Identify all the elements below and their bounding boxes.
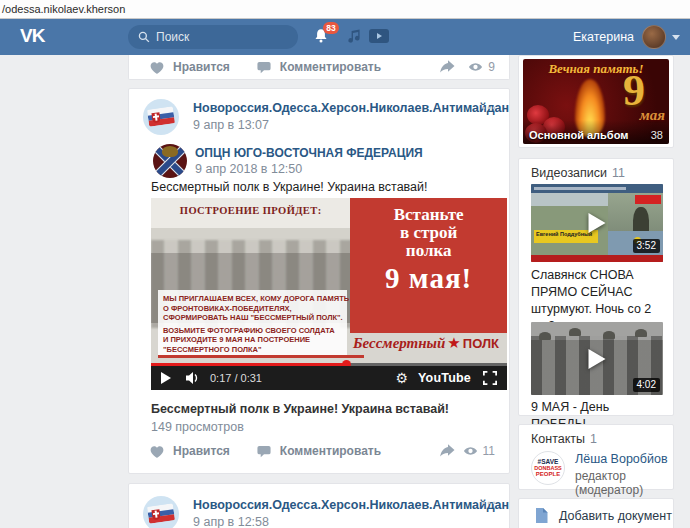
- user-name: Екатерина: [573, 30, 634, 44]
- user-avatar: [642, 25, 666, 49]
- repost-author-link[interactable]: ОПЦН ЮГО-ВОСТОЧНАЯ ФЕДЕРАЦИЯ: [195, 146, 423, 160]
- post-text: Бессмертный полк в Украине! Украина вста…: [151, 180, 428, 194]
- contacts-count: 1: [590, 432, 597, 446]
- album-art-title: Вечная память!: [523, 61, 669, 77]
- video-duration: 3:52: [633, 239, 660, 253]
- comment-button[interactable]: Комментировать: [256, 60, 381, 75]
- search-box[interactable]: [128, 25, 298, 49]
- videos-button[interactable]: [369, 28, 389, 47]
- volume-button[interactable]: [185, 371, 200, 385]
- url-text[interactable]: /odessa.nikolaev.kherson: [2, 3, 125, 15]
- contact-name-link[interactable]: Лёша Воробйов: [575, 452, 668, 466]
- notifications-button[interactable]: 83: [312, 27, 334, 49]
- helmet-shape: [603, 331, 615, 339]
- album-card[interactable]: Вечная память! 9 мая Основной альбом 38: [518, 55, 674, 148]
- browser-url-bar[interactable]: /odessa.nikolaev.kherson: [0, 0, 690, 19]
- group-avatar[interactable]: [143, 99, 179, 135]
- share-button[interactable]: [439, 58, 456, 77]
- comment-label: Комментировать: [280, 444, 381, 458]
- settings-gear-icon[interactable]: ⚙: [395, 371, 408, 385]
- post-card-next: Новороссия.Одесса.Херсон.Николаев.Антима…: [128, 483, 510, 528]
- fullscreen-button[interactable]: [483, 371, 497, 385]
- video-duration: 4:02: [633, 378, 660, 392]
- user-menu[interactable]: Екатерина: [573, 23, 680, 51]
- video-views-label: 149 просмотров: [151, 420, 244, 434]
- news-ticker: [531, 255, 663, 262]
- immortal-regiment-logo: Бессмертный ★ полк: [353, 334, 499, 352]
- eye-icon: [463, 444, 478, 458]
- search-icon: [138, 31, 150, 43]
- comment-icon: [256, 60, 272, 75]
- news-caption-bar: [531, 184, 663, 193]
- group-name-link[interactable]: Новороссия.Одесса.Херсон.Николаев.Антима…: [193, 498, 509, 512]
- poster-top-label: ПОСТРОЕНИЕ ПРОЙДЕТ:: [151, 205, 350, 216]
- post-views: 9: [468, 60, 495, 74]
- music-button[interactable]: [346, 28, 362, 47]
- more-options-button[interactable]: ...: [481, 95, 497, 112]
- album-photo-count: 38: [651, 129, 663, 141]
- helmet-shape: [635, 329, 647, 337]
- helmet-shape: [569, 328, 581, 336]
- heart-icon: [149, 444, 165, 459]
- album-label: Основной альбом: [529, 129, 628, 141]
- video-title-link[interactable]: Бессмертный полк в Украине! Украина вста…: [151, 402, 449, 416]
- play-overlay-icon: [589, 213, 606, 233]
- group-name-link[interactable]: Новороссия.Одесса.Херсон.Николаев.Антима…: [193, 101, 509, 115]
- music-note-icon: [346, 28, 362, 44]
- comment-button[interactable]: Комментировать: [256, 444, 381, 459]
- videos-count: 11: [612, 166, 625, 180]
- album-cover[interactable]: Вечная память! 9 мая Основной альбом 38: [523, 59, 669, 144]
- video-player[interactable]: ПОСТРОЕНИЕ ПРОЙДЕТ: МЫ ПРИГЛАШАЕМ ВСЕХ, …: [151, 198, 507, 390]
- vk-top-bar: VK 83 Екатерина: [0, 19, 690, 55]
- poster-banner: Встаньте в строй полка 9 мая!: [350, 198, 507, 333]
- add-document-label[interactable]: Добавить документ: [559, 509, 672, 523]
- vk-logo[interactable]: VK: [20, 25, 44, 47]
- comment-icon: [256, 444, 272, 459]
- poster-red-line: [158, 355, 364, 358]
- group-avatar[interactable]: [143, 496, 179, 528]
- video-poster: ПОСТРОЕНИЕ ПРОЙДЕТ: МЫ ПРИГЛАШАЕМ ВСЕХ, …: [151, 198, 507, 363]
- video-controls: 0:17 / 0:31 ⚙ YouTube: [151, 366, 507, 390]
- share-button[interactable]: [439, 442, 456, 461]
- star-icon: ★: [447, 334, 460, 352]
- like-label: Нравится: [173, 444, 230, 458]
- post-actions: Нравится Комментировать 9: [129, 57, 509, 77]
- youtube-logo[interactable]: YouTube: [418, 371, 471, 385]
- post-actions: Нравится Комментировать 11: [129, 441, 509, 461]
- videos-card: Видеозаписи11 Евгений Поддубный 3:52 Сла…: [518, 158, 674, 416]
- poster-invite-text: МЫ ПРИГЛАШАЕМ ВСЕХ, КОМУ ДОРОГА ПАМЯТЬ О…: [158, 290, 347, 358]
- video-play-icon: [369, 28, 389, 44]
- repost-date[interactable]: 9 апр 2018 в 12:50: [195, 162, 302, 176]
- search-input[interactable]: [156, 30, 276, 44]
- play-overlay-icon: [589, 349, 606, 369]
- sidebar-video-thumb[interactable]: Евгений Поддубный 3:52: [531, 184, 663, 262]
- videos-section-link[interactable]: Видеозаписи11: [531, 166, 625, 180]
- share-icon: [439, 58, 456, 74]
- like-button[interactable]: Нравится: [149, 444, 230, 459]
- videos-header: Видеозаписи: [531, 166, 607, 180]
- like-button[interactable]: Нравится: [149, 60, 230, 75]
- post-card-partial: Нравится Комментировать 9: [128, 55, 510, 80]
- eye-icon: [468, 60, 483, 74]
- eagle-emblem-icon: [162, 146, 178, 157]
- more-options-button[interactable]: ...: [481, 490, 497, 507]
- post-date[interactable]: 9 апр в 12:58: [193, 515, 269, 528]
- post-date[interactable]: 9 апр в 13:07: [193, 118, 269, 132]
- sidebar-video-thumb[interactable]: 4:02: [531, 322, 663, 395]
- post-card-main: Новороссия.Одесса.Херсон.Николаев.Антима…: [128, 88, 510, 474]
- contact-role: редактор (модератор): [575, 469, 673, 497]
- play-button[interactable]: [161, 372, 171, 384]
- contact-avatar[interactable]: #SAVE DONBASS PEOPLE: [531, 451, 565, 485]
- video-time: 0:17 / 0:31: [210, 372, 262, 384]
- notifications-badge: 83: [323, 22, 339, 34]
- contacts-section-link[interactable]: Контакты1: [531, 432, 597, 446]
- document-icon: [534, 507, 549, 527]
- repost-author-avatar[interactable]: [153, 144, 187, 178]
- share-icon: [439, 442, 456, 458]
- banner-9-may: 9 мая!: [350, 262, 507, 295]
- novorossiya-flag-icon: [147, 106, 175, 126]
- chevron-down-icon: [672, 35, 680, 40]
- add-document-card[interactable]: Добавить документ: [518, 498, 674, 528]
- view-count: 11: [483, 444, 495, 458]
- heart-icon: [149, 60, 165, 75]
